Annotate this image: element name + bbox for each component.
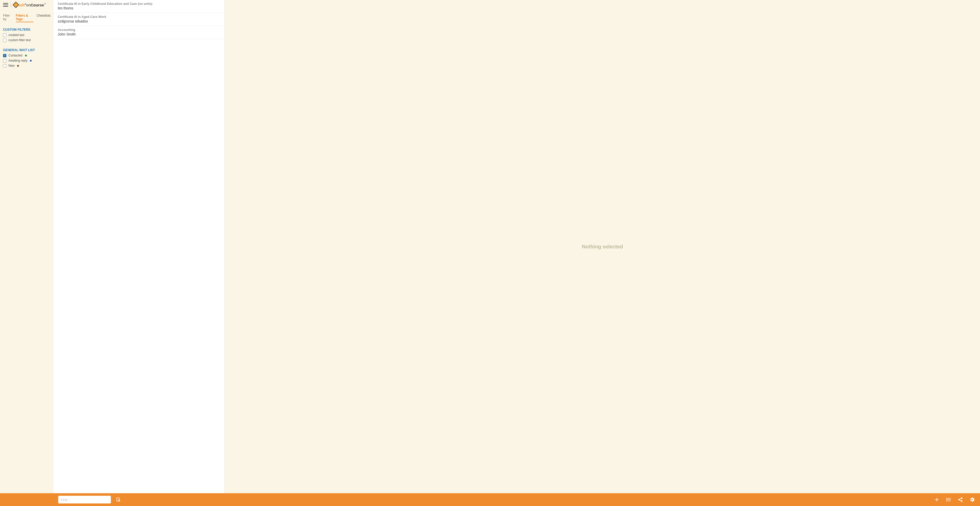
svg-point-13	[961, 501, 962, 502]
app-shell: ish®onCourse™ Filter by Filters & Tags C…	[0, 0, 980, 493]
filter-label: created last	[8, 33, 24, 37]
brand-separator	[11, 2, 11, 8]
filter-label: Contacted	[8, 54, 22, 57]
filter-created-last[interactable]: created last	[3, 32, 51, 38]
svg-rect-5	[947, 498, 947, 499]
bottom-bar-actions	[934, 497, 975, 503]
advanced-search-icon[interactable]	[116, 497, 121, 503]
share-icon[interactable]	[958, 497, 963, 503]
checkbox-icon[interactable]	[3, 54, 6, 57]
gear-icon[interactable]	[969, 497, 975, 503]
filter-contacted[interactable]: Contacted	[3, 53, 51, 58]
svg-rect-8	[948, 500, 951, 500]
tab-checklists[interactable]: Checklists	[37, 14, 51, 18]
list-item-sub: tim thoms	[58, 6, 221, 10]
list-item-sub: John Smith	[58, 32, 221, 36]
brand-logo[interactable]: ish®onCourse™	[14, 3, 46, 7]
svg-point-11	[961, 498, 962, 499]
list-item-title: Certificate III in Early Childhood Educa…	[58, 2, 221, 6]
svg-rect-10	[948, 501, 951, 501]
list-item[interactable]: Certificate III in Early Childhood Educa…	[54, 0, 224, 13]
list-item[interactable]: Accounting John Smith	[54, 26, 224, 39]
detail-panel: Nothing selected	[225, 0, 980, 493]
status-dot-icon	[17, 65, 19, 67]
filter-label: custom filter test	[8, 38, 31, 42]
section-title-custom-filters: CUSTOM FILTERS	[3, 28, 51, 32]
sidebar: ish®onCourse™ Filter by Filters & Tags C…	[0, 0, 54, 493]
checkbox-icon[interactable]	[3, 59, 6, 62]
hamburger-icon[interactable]	[3, 2, 8, 7]
filter-tabs: Filter by Filters & Tags Checklists	[3, 14, 51, 22]
bottom-bar	[0, 493, 980, 506]
status-dot-icon	[25, 55, 27, 56]
svg-rect-9	[947, 500, 947, 501]
nothing-selected-text: Nothing selected	[582, 244, 623, 250]
tab-filters-tags[interactable]: Filters & Tags	[16, 14, 34, 22]
svg-line-15	[959, 500, 961, 501]
svg-point-1	[118, 500, 119, 501]
filter-custom-filter-test[interactable]: custom filter test	[3, 38, 51, 43]
svg-rect-6	[948, 498, 951, 499]
search-input[interactable]	[58, 496, 111, 503]
checkbox-icon[interactable]	[3, 38, 6, 42]
svg-line-2	[119, 501, 120, 502]
list-item-sub: szdgcsrsa sdsadss	[58, 19, 221, 23]
add-icon[interactable]	[934, 497, 940, 503]
list-item-title: Accounting	[58, 28, 221, 32]
brand-diamond-icon	[13, 2, 19, 8]
section-title-general-wait-list: GENERAL WAIT LIST	[3, 48, 51, 52]
list-column: Certificate III in Early Childhood Educa…	[54, 0, 225, 493]
svg-line-14	[959, 498, 961, 500]
brand-text: ish®onCourse™	[19, 3, 46, 7]
status-dot-icon	[30, 60, 32, 62]
view-toggle-icon[interactable]	[946, 497, 951, 503]
svg-rect-7	[947, 499, 947, 500]
svg-point-16	[972, 499, 973, 500]
brand-row: ish®onCourse™	[3, 0, 51, 10]
checkbox-icon[interactable]	[3, 33, 6, 37]
svg-point-12	[959, 499, 959, 500]
filter-new[interactable]: New	[3, 63, 51, 68]
filter-label: Awaiting reply	[8, 59, 27, 62]
list-item[interactable]: Certificate III in Aged Care Work szdgcs…	[54, 13, 224, 26]
list-item-title: Certificate III in Aged Care Work	[58, 15, 221, 19]
checkbox-icon[interactable]	[3, 64, 6, 67]
filter-awaiting-reply[interactable]: Awaiting reply	[3, 58, 51, 63]
svg-rect-0	[117, 498, 119, 501]
filter-by-label: Filter by	[3, 14, 13, 21]
filter-label: New	[8, 64, 14, 67]
